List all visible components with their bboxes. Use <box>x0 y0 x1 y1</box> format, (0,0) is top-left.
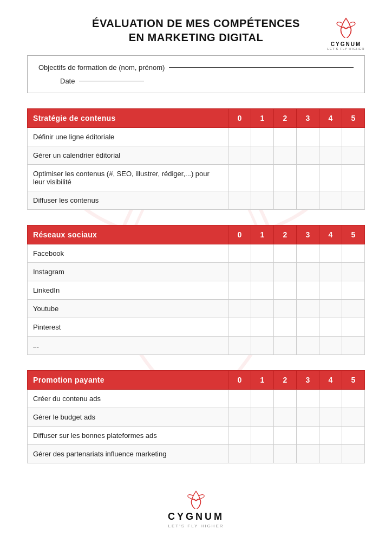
col-header-0: 0 <box>228 371 251 390</box>
cell-0-3-3[interactable] <box>297 191 319 210</box>
cell-1-5-2[interactable] <box>274 337 297 355</box>
cell-2-2-4[interactable] <box>319 427 342 445</box>
cell-0-2-5[interactable] <box>342 165 365 191</box>
cell-2-2-3[interactable] <box>297 427 319 445</box>
cell-1-2-3[interactable] <box>297 281 319 300</box>
cell-1-4-5[interactable] <box>342 318 365 337</box>
cell-0-2-3[interactable] <box>297 165 319 191</box>
cell-0-1-5[interactable] <box>342 146 365 165</box>
cell-0-0-0[interactable] <box>228 128 251 146</box>
cell-1-3-1[interactable] <box>251 300 274 318</box>
cell-2-1-2[interactable] <box>274 408 297 427</box>
cell-2-3-5[interactable] <box>342 445 365 463</box>
cell-0-3-2[interactable] <box>274 191 297 210</box>
cell-0-0-4[interactable] <box>319 128 342 146</box>
cell-0-1-2[interactable] <box>274 146 297 165</box>
cell-1-1-2[interactable] <box>274 263 297 281</box>
cell-2-0-5[interactable] <box>342 390 365 408</box>
cell-1-2-2[interactable] <box>274 281 297 300</box>
cell-1-1-5[interactable] <box>342 263 365 281</box>
cell-2-3-0[interactable] <box>228 445 251 463</box>
cell-0-0-3[interactable] <box>297 128 319 146</box>
cell-0-3-0[interactable] <box>228 191 251 210</box>
cell-1-0-0[interactable] <box>228 244 251 263</box>
cell-2-3-1[interactable] <box>251 445 274 463</box>
cell-1-4-3[interactable] <box>297 318 319 337</box>
cell-2-1-5[interactable] <box>342 408 365 427</box>
page-title-block: ÉVALUATION DE MES COMPÉTENCES EN MARKETI… <box>27 16 365 44</box>
cell-1-0-2[interactable] <box>274 244 297 263</box>
cell-2-2-5[interactable] <box>342 427 365 445</box>
cell-1-4-2[interactable] <box>274 318 297 337</box>
row-label-1-0: Facebook <box>28 244 228 263</box>
cell-1-5-0[interactable] <box>228 337 251 355</box>
col-header-0: 0 <box>228 109 251 128</box>
cell-1-2-0[interactable] <box>228 281 251 300</box>
cell-1-5-1[interactable] <box>251 337 274 355</box>
cell-0-0-1[interactable] <box>251 128 274 146</box>
cell-2-1-4[interactable] <box>319 408 342 427</box>
cell-0-2-2[interactable] <box>274 165 297 191</box>
cell-1-0-3[interactable] <box>297 244 319 263</box>
cell-2-2-2[interactable] <box>274 427 297 445</box>
cell-2-3-2[interactable] <box>274 445 297 463</box>
cell-2-3-3[interactable] <box>297 445 319 463</box>
cell-2-1-1[interactable] <box>251 408 274 427</box>
row-label-0-1: Gérer un calendrier éditorial <box>28 146 228 165</box>
cell-0-3-4[interactable] <box>319 191 342 210</box>
table-row: Gérer le budget ads <box>28 408 365 427</box>
cell-1-5-4[interactable] <box>319 337 342 355</box>
cell-1-3-0[interactable] <box>228 300 251 318</box>
page-header: ÉVALUATION DE MES COMPÉTENCES EN MARKETI… <box>27 16 365 44</box>
cell-1-3-3[interactable] <box>297 300 319 318</box>
cell-1-3-2[interactable] <box>274 300 297 318</box>
cell-0-1-1[interactable] <box>251 146 274 165</box>
row-label-1-1: Instagram <box>28 263 228 281</box>
cell-1-1-1[interactable] <box>251 263 274 281</box>
cell-2-1-3[interactable] <box>297 408 319 427</box>
cell-2-0-4[interactable] <box>319 390 342 408</box>
cell-1-3-5[interactable] <box>342 300 365 318</box>
cell-2-2-1[interactable] <box>251 427 274 445</box>
objectives-box: Objectifs de formation de (nom, prénom) … <box>27 55 365 93</box>
cell-2-1-0[interactable] <box>228 408 251 427</box>
cell-1-1-0[interactable] <box>228 263 251 281</box>
cell-0-2-1[interactable] <box>251 165 274 191</box>
cell-1-0-1[interactable] <box>251 244 274 263</box>
cell-1-1-4[interactable] <box>319 263 342 281</box>
cell-0-2-0[interactable] <box>228 165 251 191</box>
cell-1-4-0[interactable] <box>228 318 251 337</box>
cell-2-0-2[interactable] <box>274 390 297 408</box>
cell-2-0-1[interactable] <box>251 390 274 408</box>
cell-1-5-5[interactable] <box>342 337 365 355</box>
cell-1-2-4[interactable] <box>319 281 342 300</box>
logo-name: CYGNUM <box>327 41 365 47</box>
cell-1-0-5[interactable] <box>342 244 365 263</box>
table-strategie: Stratégie de contenus012345Définir une l… <box>27 108 365 210</box>
cell-1-3-4[interactable] <box>319 300 342 318</box>
cell-1-0-4[interactable] <box>319 244 342 263</box>
cell-0-2-4[interactable] <box>319 165 342 191</box>
cell-1-2-5[interactable] <box>342 281 365 300</box>
title-line2: EN MARKETING DIGITAL <box>129 31 264 43</box>
section-title-promotion: Promotion payante <box>28 371 228 390</box>
cell-0-3-1[interactable] <box>251 191 274 210</box>
cell-1-2-1[interactable] <box>251 281 274 300</box>
cell-0-0-5[interactable] <box>342 128 365 146</box>
cell-0-1-4[interactable] <box>319 146 342 165</box>
cell-2-0-3[interactable] <box>297 390 319 408</box>
sections-container: Stratégie de contenus012345Définir une l… <box>27 108 365 463</box>
cell-0-1-0[interactable] <box>228 146 251 165</box>
cell-2-0-0[interactable] <box>228 390 251 408</box>
cell-1-1-3[interactable] <box>297 263 319 281</box>
cell-2-2-0[interactable] <box>228 427 251 445</box>
cell-0-0-2[interactable] <box>274 128 297 146</box>
cell-1-4-4[interactable] <box>319 318 342 337</box>
logo-tagline: LET'S FLY HIGHER <box>327 47 365 50</box>
cell-0-3-5[interactable] <box>342 191 365 210</box>
cell-1-4-1[interactable] <box>251 318 274 337</box>
cell-2-3-4[interactable] <box>319 445 342 463</box>
cell-1-5-3[interactable] <box>297 337 319 355</box>
cell-0-1-3[interactable] <box>297 146 319 165</box>
row-label-1-2: LinkedIn <box>28 281 228 300</box>
